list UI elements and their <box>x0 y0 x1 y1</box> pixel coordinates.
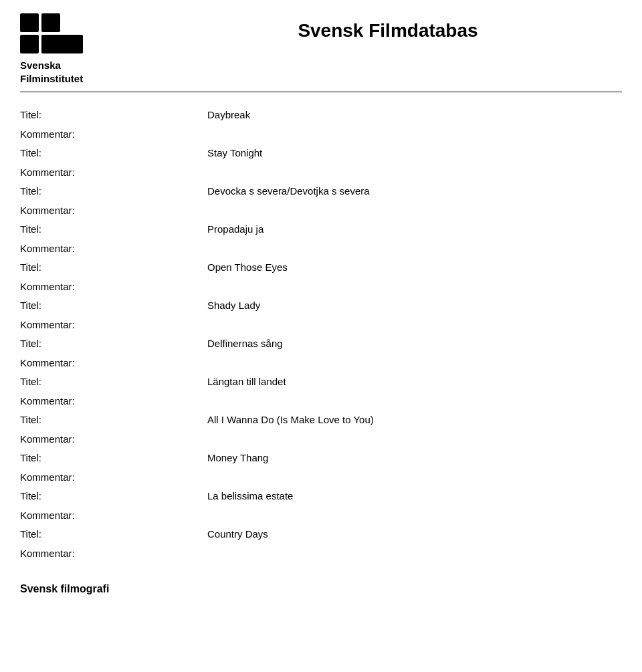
logo-text-line2: Filminstitutet <box>20 72 83 86</box>
label-row: Titel: <box>20 258 207 277</box>
value-row <box>207 354 622 373</box>
value-row <box>207 239 622 259</box>
label-row: Titel: <box>20 182 207 201</box>
value-row: Country Days <box>207 525 622 544</box>
footer-label: Svensk filmografi <box>20 583 109 594</box>
label-row: Kommentar: <box>20 277 207 297</box>
label-row: Titel: <box>20 449 207 468</box>
main-content: Titel:Kommentar:Titel:Kommentar:Titel:Ko… <box>0 92 642 576</box>
value-row <box>207 430 622 449</box>
label-row: Titel: <box>20 411 207 430</box>
value-row: Längtan till landet <box>207 372 622 392</box>
label-row: Kommentar: <box>20 468 207 487</box>
value-row <box>207 277 622 297</box>
label-row: Titel: <box>20 296 207 316</box>
logo-area: Svenska Filminstitutet <box>20 13 154 85</box>
label-row: Titel: <box>20 525 207 544</box>
logo-text-line1: Svenska <box>20 59 61 72</box>
value-row <box>207 506 622 526</box>
label-row: Kommentar: <box>20 201 207 221</box>
value-row: Delfinernas sång <box>207 334 622 354</box>
value-row <box>207 163 622 183</box>
value-row <box>207 201 622 221</box>
value-row: La belissima estate <box>207 487 622 506</box>
value-row: Shady Lady <box>207 296 622 316</box>
value-row <box>207 392 622 411</box>
site-title: Svensk Filmdatabas <box>154 13 622 41</box>
label-row: Kommentar: <box>20 430 207 449</box>
label-row: Titel: <box>20 144 207 163</box>
value-row <box>207 125 622 144</box>
value-row: Money Thang <box>207 449 622 468</box>
value-row: Open Those Eyes <box>207 258 622 277</box>
value-row <box>207 468 622 487</box>
label-row: Kommentar: <box>20 316 207 335</box>
left-column: Titel:Kommentar:Titel:Kommentar:Titel:Ko… <box>20 106 207 563</box>
label-row: Kommentar: <box>20 239 207 259</box>
logo-icon <box>20 13 83 53</box>
value-row: Daybreak <box>207 106 622 125</box>
label-row: Kommentar: <box>20 354 207 373</box>
label-row: Titel: <box>20 487 207 506</box>
header: Svenska Filminstitutet Svensk Filmdataba… <box>0 0 642 92</box>
value-row: All I Wanna Do (Is Make Love to You) <box>207 411 622 430</box>
label-row: Kommentar: <box>20 506 207 526</box>
right-column: Daybreak Stay Tonight Devocka s severa/D… <box>207 106 622 563</box>
label-row: Kommentar: <box>20 392 207 411</box>
label-row: Titel: <box>20 372 207 392</box>
value-row: Propadaju ja <box>207 220 622 239</box>
label-row: Kommentar: <box>20 163 207 183</box>
label-row: Kommentar: <box>20 544 207 564</box>
label-row: Titel: <box>20 334 207 354</box>
label-row: Titel: <box>20 220 207 239</box>
footer-section: Svensk filmografi <box>0 576 642 608</box>
value-row: Stay Tonight <box>207 144 622 163</box>
label-row: Titel: <box>20 106 207 125</box>
value-row: Devocka s severa/Devotjka s severa <box>207 182 622 201</box>
label-row: Kommentar: <box>20 125 207 144</box>
value-row <box>207 544 622 564</box>
value-row <box>207 316 622 335</box>
